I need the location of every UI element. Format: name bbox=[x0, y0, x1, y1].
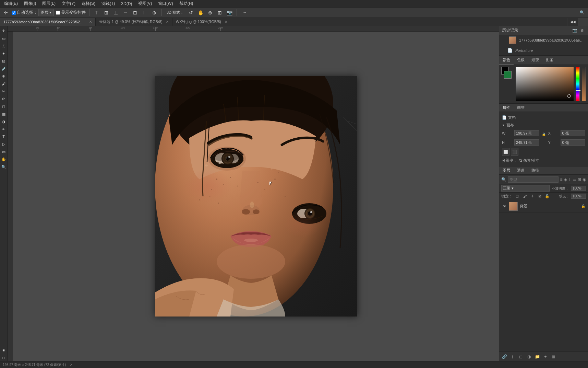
prop-portrait-icon[interactable]: ⬜ bbox=[502, 148, 509, 156]
tab-1-close[interactable]: ✕ bbox=[89, 20, 92, 24]
prop-tab-adjustments[interactable]: 调整 bbox=[514, 104, 528, 112]
fill-value[interactable]: 100% bbox=[571, 194, 586, 199]
layer-group-icon[interactable]: 📁 bbox=[534, 354, 540, 360]
orbit-icon[interactable]: ⊛ bbox=[206, 9, 214, 16]
zoom3d-icon[interactable]: ⊞ bbox=[216, 9, 224, 16]
prop-document-row[interactable]: 📄 文档 bbox=[502, 114, 585, 121]
layer-new-icon[interactable]: + bbox=[542, 354, 549, 360]
layers-adjustment-icon[interactable]: ◈ bbox=[564, 176, 567, 183]
prop-x-value[interactable]: 0 毫 bbox=[561, 130, 586, 136]
menu-3d[interactable]: 3D(D) bbox=[118, 1, 135, 7]
tool-gradient[interactable]: ▦ bbox=[0, 111, 7, 117]
prop-tab-attributes[interactable]: 属性 bbox=[499, 104, 514, 112]
distribute-icon[interactable]: ⊕ bbox=[151, 9, 158, 16]
prop-landscape-icon[interactable]: ⬛ bbox=[511, 148, 518, 156]
statusbar-extra[interactable]: > bbox=[70, 363, 72, 367]
layers-smart-icon[interactable]: ⊞ bbox=[578, 176, 581, 183]
prop-w-value[interactable]: 198.97 毫 bbox=[514, 130, 539, 136]
background-swatch[interactable] bbox=[504, 71, 512, 79]
history-new-snapshot[interactable]: 📷 bbox=[572, 27, 578, 34]
canvas-container[interactable] bbox=[13, 32, 499, 361]
layer-delete-icon[interactable]: 🗑 bbox=[551, 354, 557, 360]
tool-hand[interactable]: ✋ bbox=[0, 156, 7, 163]
fg-color-swatch[interactable]: ■ bbox=[0, 347, 7, 354]
align-bottom-icon[interactable]: ⊥ bbox=[112, 9, 120, 16]
layer-mask-icon[interactable]: ◻ bbox=[518, 354, 524, 360]
tool-pen[interactable]: ✒ bbox=[0, 126, 7, 133]
prop-h-value[interactable]: 248.71 毫 bbox=[514, 139, 539, 146]
bg-color-swatch[interactable]: □ bbox=[0, 354, 7, 361]
history-item-1[interactable]: 1777b593dfdeb99ba820361f805eae05... bbox=[499, 35, 588, 45]
tab-2-close[interactable]: ✕ bbox=[166, 20, 169, 24]
menu-image[interactable]: 图像(I) bbox=[21, 0, 39, 7]
color-marker[interactable] bbox=[567, 94, 571, 98]
lock-position-icon[interactable]: ✛ bbox=[529, 193, 535, 199]
layers-filter-toggle[interactable]: ◉ bbox=[583, 176, 586, 183]
history-item-2[interactable]: 📄 Portraiture bbox=[499, 45, 588, 56]
tool-history-brush[interactable]: ⟳ bbox=[0, 95, 7, 102]
color-tab-swatches[interactable]: 色板 bbox=[514, 56, 528, 65]
layers-kind-icon[interactable]: ≡ bbox=[560, 176, 563, 183]
search-icon[interactable]: 🔍 bbox=[578, 10, 586, 15]
tool-eyedropper[interactable]: 💉 bbox=[0, 65, 7, 72]
layers-shape-icon[interactable]: ▭ bbox=[573, 176, 576, 183]
menu-window[interactable]: 窗口(W) bbox=[155, 0, 176, 7]
align-hcenter-icon[interactable]: ⊟ bbox=[131, 9, 139, 16]
hue-bar[interactable] bbox=[576, 67, 580, 101]
lock-all-icon[interactable]: 🔒 bbox=[544, 193, 550, 199]
tool-magic-wand[interactable]: ✦ bbox=[0, 50, 7, 57]
alpha-bar[interactable] bbox=[582, 67, 586, 101]
tool-dodge[interactable]: ◑ bbox=[0, 118, 7, 125]
menu-layer[interactable]: 图层(L) bbox=[39, 0, 58, 7]
menu-help[interactable]: 帮助(H) bbox=[177, 0, 196, 7]
tool-shape[interactable]: ▭ bbox=[0, 148, 7, 155]
layers-tab-paths[interactable]: 路径 bbox=[528, 166, 542, 174]
tool-crop[interactable]: ⊡ bbox=[0, 58, 7, 65]
tool-zoom[interactable]: 🔍 bbox=[0, 163, 7, 170]
tool-lasso[interactable]: ℒ bbox=[0, 43, 7, 49]
tool-brush[interactable]: 🖌 bbox=[0, 80, 7, 87]
align-vcenter-icon[interactable]: ⊞ bbox=[103, 9, 110, 16]
auto-select-checkbox[interactable] bbox=[12, 11, 16, 15]
layer-effects-icon[interactable]: ƒ bbox=[509, 354, 516, 360]
menu-filter[interactable]: 滤镜(T) bbox=[99, 0, 118, 7]
align-top-icon[interactable]: ⊤ bbox=[93, 9, 100, 16]
tool-path-select[interactable]: ▷ bbox=[0, 141, 7, 148]
tab-1[interactable]: 1777b593dfdeb99ba820361f805eae05223f6246… bbox=[0, 18, 96, 26]
layers-text-icon[interactable]: T bbox=[568, 176, 571, 183]
tab-3-close[interactable]: ✕ bbox=[225, 20, 227, 24]
layer-eye-icon[interactable]: 👁 bbox=[502, 204, 507, 209]
blend-mode-dropdown[interactable]: 正常 ▾ bbox=[501, 185, 550, 192]
lock-artboard-icon[interactable]: ⊠ bbox=[537, 193, 543, 199]
layers-tab-layers[interactable]: 图层 bbox=[499, 166, 514, 174]
camera-icon[interactable]: 📷 bbox=[226, 9, 233, 16]
align-right-icon[interactable]: ⊢ bbox=[141, 9, 148, 16]
layer-link-icon[interactable]: 🔗 bbox=[501, 354, 507, 360]
tool-type[interactable]: T bbox=[0, 133, 7, 140]
tool-clone[interactable]: ✂ bbox=[0, 88, 7, 95]
menu-select[interactable]: 选择(S) bbox=[79, 0, 98, 7]
menu-edit[interactable]: 编辑(E) bbox=[1, 0, 21, 7]
tool-heal[interactable]: ✙ bbox=[0, 73, 7, 80]
show-transform-checkbox[interactable] bbox=[56, 11, 60, 15]
lock-transparent-icon[interactable]: ◻ bbox=[514, 193, 520, 199]
tab-2[interactable]: 未标题-1 @ 49.3% (技巧详解, RGB/8) ✕ bbox=[96, 18, 172, 26]
toolbar-move-icon[interactable]: ✛ bbox=[2, 9, 10, 16]
history-delete[interactable]: 🗑 bbox=[579, 27, 585, 34]
layers-tab-channels[interactable]: 通道 bbox=[514, 166, 528, 174]
prop-lock-icon[interactable]: 🔒 bbox=[541, 129, 546, 139]
prop-canvas-header[interactable]: ▼ 画布 bbox=[502, 121, 585, 129]
tool-move[interactable]: ✛ bbox=[0, 27, 7, 34]
tab-3[interactable]: WX号.jpg @ 100%(RGB/8) ✕ bbox=[172, 18, 231, 26]
color-tab-color[interactable]: 颜色 bbox=[499, 56, 514, 65]
layers-filter-icon[interactable]: 🔍 bbox=[501, 176, 506, 183]
color-tab-pattern[interactable]: 图案 bbox=[542, 56, 557, 65]
tool-select-rect[interactable]: ▭ bbox=[0, 35, 7, 42]
more-options-icon[interactable]: ··· bbox=[240, 9, 248, 16]
panel-collapse-button[interactable]: ◀◀ bbox=[567, 18, 578, 26]
pan-icon[interactable]: ✋ bbox=[197, 9, 204, 16]
layer-row-background[interactable]: 👁 背景 🔒 bbox=[499, 200, 588, 212]
tool-eraser[interactable]: ◻ bbox=[0, 103, 7, 110]
layer-adjustment-icon[interactable]: ◑ bbox=[526, 354, 532, 360]
color-gradient-picker[interactable] bbox=[516, 67, 574, 101]
